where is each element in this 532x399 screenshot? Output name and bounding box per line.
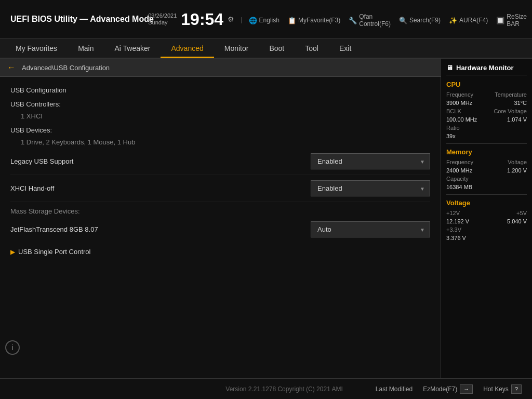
ratio-value: 39x [446, 133, 456, 139]
mem-freq-label: Frequency [446, 159, 473, 165]
toolbar-icons: 🌐 English 📋 MyFavorite(F3) 🔧 Qfan Contro… [249, 13, 527, 28]
datetime-area: 09/26/2021 Sunday 19:54 ⚙ | 🌐 English 📋 … [148, 10, 527, 29]
back-arrow-icon[interactable]: ← [7, 63, 16, 72]
legacy-usb-select-wrapper[interactable]: Enabled Disabled [311, 153, 430, 169]
breadcrumb: ← Advanced\USB Configuration [0, 59, 441, 77]
legacy-usb-label: Legacy USB Support [10, 157, 73, 165]
ezmode-button[interactable]: EzMode(F7) → [423, 384, 473, 394]
myfavorite-button[interactable]: 📋 MyFavorite(F3) [288, 13, 340, 28]
aura-icon: ✨ [449, 17, 457, 24]
resizebar-button[interactable]: 🔲 ReSize BAR [496, 13, 527, 28]
aura-button[interactable]: ✨ AURA(F4) [449, 13, 488, 28]
nav-exit[interactable]: Exit [329, 40, 362, 58]
cpu-temp-label: Temperature [495, 91, 527, 98]
nav-my-favorites[interactable]: My Favorites [5, 40, 68, 58]
bclk-cv-label-row: BCLK Core Voltage [446, 108, 527, 114]
bottom-bar: Version 2.21.1278 Copyright (C) 2021 AMI… [0, 378, 532, 399]
hw-monitor-title: 🖥 Hardware Monitor [446, 64, 527, 75]
cpu-section-title: CPU [446, 81, 527, 88]
usb-devices-value: 1 Drive, 2 Keyboards, 1 Mouse, 1 Hub [10, 136, 430, 148]
usb-controllers-label: USB Controllers: [10, 96, 430, 110]
settings-icon[interactable]: ⚙ [228, 15, 234, 23]
memory-section-title: Memory [446, 148, 527, 156]
usb-controllers-value: 1 XHCI [10, 110, 430, 122]
bookmark-icon: 📋 [288, 17, 296, 24]
v12-value: 12.192 V [446, 218, 469, 224]
mem-voltage-value: 1.200 V [507, 167, 527, 174]
core-voltage-label: Core Voltage [494, 108, 527, 114]
bclk-value: 100.00 MHz [446, 116, 477, 123]
cpu-freq-label: Frequency [446, 91, 473, 98]
voltage-section-title: Voltage [446, 199, 527, 207]
legacy-usb-row: Legacy USB Support Enabled Disabled [10, 148, 430, 175]
top-bar: UEFI BIOS Utility — Advanced Mode 09/26/… [0, 0, 532, 39]
usb-config-title: USB Configuration [10, 82, 430, 96]
jetflash-select-wrapper[interactable]: Auto Enabled Disabled [311, 221, 430, 237]
cpu-freq-value: 3900 MHz [446, 100, 472, 106]
mem-cap-label-row: Capacity [446, 176, 527, 182]
legacy-usb-select[interactable]: Enabled Disabled [311, 153, 430, 169]
monitor-icon: 🖥 [446, 64, 453, 72]
search-button[interactable]: 🔍 Search(F9) [399, 13, 441, 28]
mem-freq-label-row: Frequency Voltage [446, 159, 527, 165]
v33-label: +3.3V [446, 227, 461, 233]
xhci-handoff-row: XHCI Hand-off Enabled Disabled [10, 175, 430, 202]
usb-single-port-control[interactable]: ▶ USB Single Port Control [10, 242, 430, 262]
nav-tool[interactable]: Tool [295, 40, 329, 58]
mem-freq-val-row: 2400 MHz 1.200 V [446, 167, 527, 174]
hotkeys-icon: ? [511, 384, 522, 394]
bclk-cv-val-row: 100.00 MHz 1.074 V [446, 116, 527, 123]
logo-area: UEFI BIOS Utility — Advanced Mode [5, 9, 148, 30]
hw-divider-2 [446, 194, 527, 195]
ratio-label: Ratio [446, 125, 460, 131]
core-voltage-value: 1.074 V [507, 116, 527, 123]
main-layout: ← Advanced\USB Configuration USB Configu… [0, 59, 532, 378]
usb-single-port-label: USB Single Port Control [18, 248, 90, 256]
mem-voltage-label: Voltage [508, 159, 527, 165]
v33-val-row: 3.376 V [446, 235, 527, 241]
v5-value: 5.040 V [507, 218, 527, 224]
v5-label: +5V [516, 210, 527, 216]
qfan-button[interactable]: 🔧 Qfan Control(F6) [349, 13, 391, 28]
time-display: 19:54 [181, 10, 223, 29]
hotkeys-button[interactable]: Hot Keys ? [483, 384, 522, 394]
left-content: USB Configuration USB Controllers: 1 XHC… [0, 77, 441, 378]
jetflash-label: JetFlashTranscend 8GB 8.07 [10, 225, 98, 233]
info-section: i [5, 340, 20, 355]
resizebar-icon: 🔲 [496, 17, 504, 24]
bottom-actions: Last Modified EzMode(F7) → Hot Keys ? [376, 384, 522, 394]
left-wrapper: ← Advanced\USB Configuration USB Configu… [0, 59, 441, 378]
nav-boot[interactable]: Boot [259, 40, 295, 58]
search-icon: 🔍 [399, 17, 407, 24]
ratio-val-row: 39x [446, 133, 527, 139]
ezmode-icon: → [460, 384, 473, 394]
version-text: Version 2.21.1278 Copyright (C) 2021 AMI [193, 385, 375, 393]
cpu-freq-row: Frequency Temperature [446, 91, 527, 98]
mem-cap-label: Capacity [446, 176, 469, 182]
jetflash-row: JetFlashTranscend 8GB 8.07 Auto Enabled … [10, 217, 430, 242]
expand-arrow-icon: ▶ [10, 248, 15, 256]
globe-icon: 🌐 [249, 17, 257, 24]
cpu-temp-value: 31°C [514, 100, 527, 106]
mem-cap-value: 16384 MB [446, 184, 472, 190]
xhci-select[interactable]: Enabled Disabled [311, 180, 430, 196]
mem-freq-value: 2400 MHz [446, 167, 472, 174]
hardware-monitor-panel: 🖥 Hardware Monitor CPU Frequency Tempera… [441, 59, 532, 378]
v12-label: +12V [446, 210, 460, 216]
nav-advanced[interactable]: Advanced [161, 40, 214, 58]
nav-monitor[interactable]: Monitor [214, 40, 259, 58]
xhci-select-wrapper[interactable]: Enabled Disabled [311, 180, 430, 196]
usb-devices-label: USB Devices: [10, 122, 430, 136]
info-icon[interactable]: i [5, 340, 20, 355]
language-selector[interactable]: 🌐 English [249, 13, 280, 28]
nav-ai-tweaker[interactable]: Ai Tweaker [104, 40, 161, 58]
v12-v5-label-row: +12V +5V [446, 210, 527, 216]
content-area: USB Configuration USB Controllers: 1 XHC… [0, 77, 441, 267]
last-modified-button[interactable]: Last Modified [376, 385, 413, 393]
date-display: 09/26/2021 Sunday [148, 12, 177, 26]
mem-cap-val-row: 16384 MB [446, 184, 527, 190]
fan-icon: 🔧 [349, 17, 357, 24]
nav-main[interactable]: Main [68, 40, 104, 58]
bios-title: UEFI BIOS Utility — Advanced Mode [10, 15, 154, 24]
jetflash-select[interactable]: Auto Enabled Disabled [311, 221, 430, 237]
